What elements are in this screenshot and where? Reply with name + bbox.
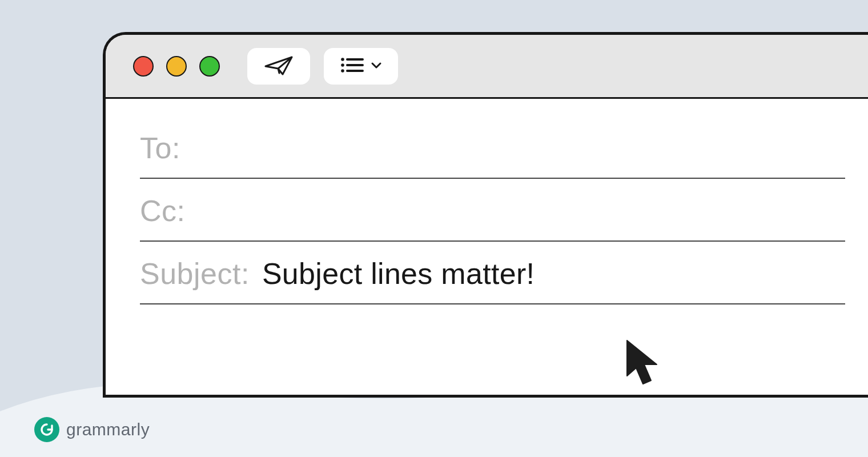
cc-label: Cc: [140,194,186,228]
svg-point-0 [341,58,344,61]
chevron-down-icon [371,61,382,71]
subject-value: Subject lines matter! [262,256,535,291]
zoom-window-button[interactable] [199,56,220,77]
svg-point-1 [341,63,344,67]
svg-point-2 [341,69,344,73]
send-button[interactable] [247,48,310,85]
brand-name: grammarly [66,420,150,439]
email-compose-window: To: Cc: Subject: Subject lines matter! [103,32,868,398]
to-field-row[interactable]: To: [140,116,845,179]
window-toolbar [106,35,868,99]
format-dropdown-button[interactable] [324,48,398,85]
cc-field-row[interactable]: Cc: [140,179,845,242]
traffic-lights [133,56,220,77]
to-label: To: [140,131,180,165]
close-window-button[interactable] [133,56,154,77]
subject-label: Subject: [140,256,250,291]
list-icon [340,56,364,77]
compose-fields: To: Cc: Subject: Subject lines matter! [106,99,868,304]
grammarly-logo-icon [34,417,59,442]
minimize-window-button[interactable] [166,56,187,77]
paper-plane-icon [263,54,294,79]
pointer-cursor-icon [622,337,667,390]
subject-field-row[interactable]: Subject: Subject lines matter! [140,242,845,304]
brand-logo: grammarly [34,417,150,442]
